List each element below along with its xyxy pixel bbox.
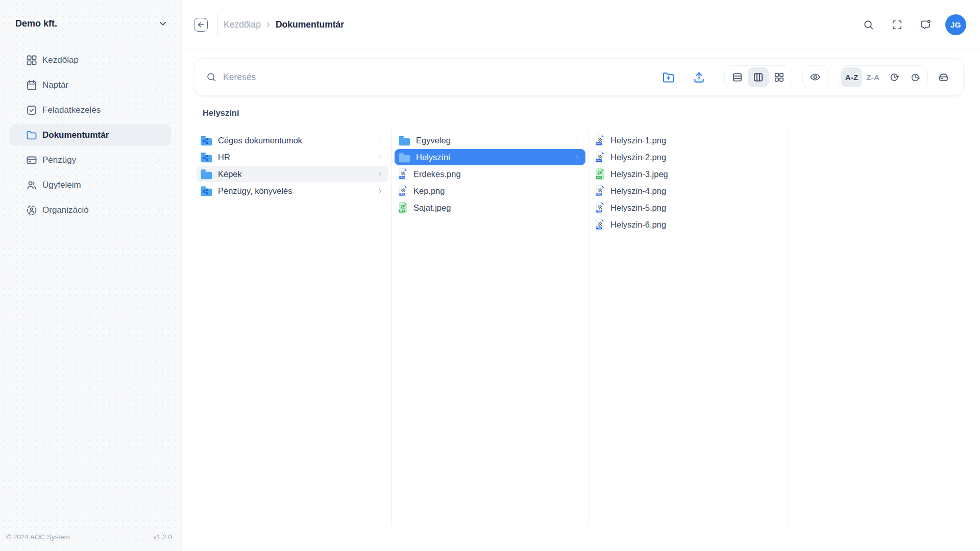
folder-fill-icon — [398, 152, 411, 163]
columns-view-icon — [752, 71, 764, 83]
grid-view-icon — [773, 71, 785, 83]
sort-za-label: Z-A — [866, 73, 879, 82]
sidebar-item-naptar[interactable]: Naptár — [10, 74, 171, 96]
file-jpeg-icon: JPG — [398, 202, 408, 214]
sidebar-item-organizacio[interactable]: Organizáció — [10, 199, 171, 221]
file-row[interactable]: PNG Kep.png — [395, 183, 585, 199]
sort-az-button[interactable]: A-Z — [841, 67, 863, 87]
org-icon — [26, 204, 38, 216]
folder-row[interactable]: Képek — [197, 166, 388, 182]
divider — [217, 14, 218, 35]
file-row[interactable]: PNG Erdekes.png — [395, 166, 585, 182]
file-row[interactable]: PNG Helyszin-5.png — [592, 199, 785, 216]
main-area: Kezdőlap Dokumentumtár JG — [182, 0, 980, 551]
browser-column-1: Céges dokumentumok HR Képek Pénzügy, kön… — [194, 129, 392, 525]
section-title: Helyszíni — [203, 108, 964, 118]
view-columns-button[interactable] — [748, 67, 769, 87]
arrow-left-icon — [197, 20, 205, 29]
file-browser: Helyszíni Céges dokumentumok HR Képek Pé… — [194, 96, 964, 551]
sidebar-item-dokumentumtar[interactable]: Dokumentumtár — [10, 124, 171, 146]
item-name: Sajat.jpeg — [413, 203, 451, 213]
svg-text:JPG: JPG — [400, 210, 404, 212]
item-name: Helyszin-4.png — [610, 186, 666, 196]
svg-text:JPG: JPG — [597, 176, 601, 179]
miller-columns: Céges dokumentumok HR Képek Pénzügy, kön… — [194, 129, 964, 525]
sidebar-nav: Kezdőlap Naptár Feladatkezelés Dokumentu… — [0, 49, 181, 221]
view-switcher — [724, 65, 792, 89]
new-folder-button[interactable] — [662, 70, 675, 84]
item-name: HR — [218, 153, 230, 162]
company-switcher[interactable]: Demo kft. — [15, 15, 168, 32]
folder-row[interactable]: Helyszíni — [395, 149, 585, 165]
item-name: Céges dokumentumok — [218, 136, 302, 145]
upload-button[interactable] — [692, 70, 706, 84]
folder-row[interactable]: Egyveleg — [395, 132, 585, 148]
file-png-icon: PNG — [398, 168, 408, 180]
sidebar-item-ugyfeleim[interactable]: Ügyfeleim — [10, 174, 171, 196]
item-name: Helyszin-5.png — [610, 203, 666, 213]
fullscreen-button[interactable] — [891, 19, 903, 31]
view-list-button[interactable] — [727, 67, 748, 87]
file-row[interactable]: PNG Helyszin-4.png — [592, 183, 785, 199]
sidebar: Demo kft. Kezdőlap Naptár Feladatkezelés… — [0, 0, 182, 551]
back-button[interactable] — [194, 18, 208, 32]
breadcrumb: Kezdőlap Dokumentumtár — [224, 19, 344, 30]
folder-icon — [26, 129, 38, 141]
sidebar-item-feladatkezeles[interactable]: Feladatkezelés — [10, 99, 171, 121]
folder-fill-icon — [200, 169, 213, 180]
folder-row[interactable]: Céges dokumentumok — [197, 132, 388, 148]
view-grid-button[interactable] — [769, 67, 790, 87]
file-row[interactable]: PNG Helyszin-6.png — [592, 216, 785, 233]
clock-recent-icon — [910, 71, 921, 83]
folder-shared-icon — [200, 135, 213, 146]
breadcrumb-current: Dokumentumtár — [276, 19, 344, 30]
item-name: Kep.png — [413, 186, 445, 196]
folder-row[interactable]: Pénzügy, könyvelés — [197, 183, 388, 199]
credit-card-icon — [26, 154, 38, 166]
search-icon — [863, 19, 874, 31]
file-row[interactable]: PNG Helyszin-2.png — [592, 149, 785, 165]
search-input[interactable] — [223, 72, 662, 83]
sort-za-button[interactable]: Z-A — [862, 67, 884, 87]
item-name: Egyveleg — [416, 136, 451, 145]
feedback-button[interactable] — [920, 19, 932, 31]
global-search-button[interactable] — [863, 19, 874, 31]
sort-oldest-button[interactable] — [884, 67, 904, 87]
svg-text:PNG: PNG — [596, 193, 601, 195]
breadcrumb-home[interactable]: Kezdőlap — [224, 19, 261, 30]
dashboard-icon — [26, 54, 38, 66]
chevron-right-icon — [155, 207, 163, 214]
file-row[interactable]: PNG Helyszin-1.png — [592, 132, 785, 148]
folder-row[interactable]: HR — [197, 149, 388, 165]
sidebar-item-kezdolap[interactable]: Kezdőlap — [10, 49, 171, 71]
item-name: Helyszin-6.png — [610, 220, 666, 230]
svg-text:PNG: PNG — [596, 227, 601, 229]
avatar[interactable]: JG — [945, 14, 966, 35]
chevron-right-icon — [264, 21, 272, 29]
hard-drive-icon — [937, 71, 950, 84]
item-name: Helyszin-2.png — [610, 153, 666, 162]
users-icon — [26, 179, 38, 191]
chevron-right-icon — [574, 154, 580, 161]
toolbar-actions: A-Z Z-A — [662, 65, 953, 89]
file-row[interactable]: JPG Helyszin-3.jpeg — [592, 166, 785, 182]
avatar-initials: JG — [950, 20, 961, 29]
folder-fill-icon — [398, 135, 411, 146]
sidebar-item-label: Organizáció — [42, 205, 150, 215]
chevron-right-icon — [377, 171, 383, 178]
item-name: Helyszíni — [416, 153, 450, 162]
item-name: Képek — [218, 169, 242, 179]
file-png-icon: PNG — [595, 151, 605, 163]
sort-newest-button[interactable] — [904, 67, 925, 87]
sidebar-item-penzugy[interactable]: Pénzügy — [10, 149, 171, 171]
svg-text:PNG: PNG — [399, 176, 404, 179]
sort-switcher: A-Z Z-A — [839, 65, 928, 89]
sidebar-item-label: Feladatkezelés — [42, 105, 163, 115]
folder-shared-icon — [200, 186, 213, 196]
preview-button[interactable] — [802, 65, 828, 89]
version-text: v1.2.0 — [153, 533, 172, 541]
storage-button[interactable] — [937, 71, 950, 84]
chevron-right-icon — [574, 137, 580, 144]
sort-az-label: A-Z — [845, 73, 859, 82]
file-row[interactable]: JPG Sajat.jpeg — [395, 199, 585, 216]
